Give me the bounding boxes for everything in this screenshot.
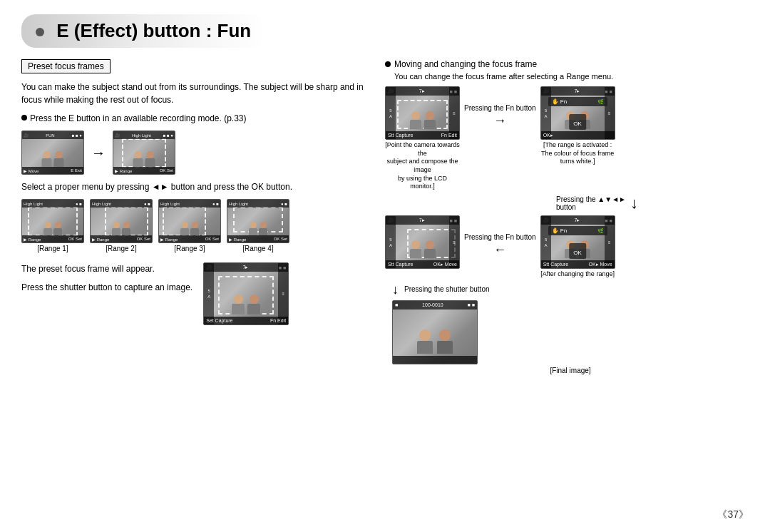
pressing-nav-label: Pressing the ▲▼◄►button (556, 195, 626, 211)
r2-note: [The range is activated : The colour of … (540, 141, 615, 166)
bottom-text-block: The preset focus frame will appear. Pres… (21, 262, 192, 300)
range4-label: [Range 4] (227, 245, 289, 252)
range3-bottom: ▶ Range OK Set (159, 235, 220, 242)
capture-cam-wrapper: 🎥 7▸ ■ ■ 5 A ≡ Set Capture (203, 262, 289, 325)
bullet1-text: Press the E button in an available recor… (30, 112, 247, 125)
r4-bottom: Stt Capture OK▸ Move (541, 260, 615, 268)
pressing-shutter-label: Pressing the shutter button (404, 285, 490, 293)
title-bullet (36, 28, 44, 36)
range-3-item: High Light ● ■ ▶ Range OK Set [Range 3] (158, 199, 221, 252)
r1-cam-wrapper: 🎥 7▸ ■ ■ 5 A ≡ Stt Capture (385, 86, 460, 191)
r3-top: 🎥 7▸ ■ ■ (386, 216, 459, 225)
arrow-left-r3: ← (493, 242, 506, 257)
right-bullet (385, 61, 391, 67)
title-bar: E (Effect) button : Fun (21, 14, 265, 48)
page-title: E (Effect) button : Fun (36, 20, 251, 42)
range2-label: [Range 2] (90, 245, 153, 252)
range-2-item: High Light ● ■ ▶ Range OK Set [Range 2] (90, 199, 153, 252)
r2-top: 🎥 7▸ ■ ■ (541, 87, 615, 96)
pressing-fn-label-2: Pressing the Fn button (464, 233, 536, 241)
range1-label: [Range 1] (21, 245, 84, 252)
initial-camera-row: 🎥 FUN ■ ■ ● ▶ Move E Exit → (21, 131, 371, 175)
r4-top: 🎥 7▸ ■ ■ (541, 216, 615, 225)
cam1-top-bar: 🎥 FUN ■ ■ ● (22, 131, 83, 139)
r3-cam: 🎥 7▸ ■ ■ 5 A ≡ Stt Capture (385, 215, 460, 269)
range4-bottom: ▶ Range OK Set (227, 235, 289, 242)
range1-cam: High Light ● ■ ▶ Range OK Set (21, 199, 84, 243)
arrow-down-2: ↓ (392, 283, 399, 296)
fn-arrow-block-2: Pressing the Fn button ← (464, 215, 536, 257)
final-cam-wrapper: ■ 100-0010 ■ ■ [Final image] (392, 300, 749, 375)
right-title-text: Moving and changing the focus frame (394, 59, 537, 69)
range4-top: High Light ● ■ (227, 200, 289, 208)
right-sub-text: You can change the focus frame after sel… (394, 72, 749, 81)
cam2-highlight: 🎥 High Light ■ ■ ● ▶ Range OK Set (113, 131, 175, 175)
final-photo (393, 301, 477, 364)
para1-text: You can make the subject stand out from … (21, 82, 364, 105)
r4-cam: ✋ Fn 🌿 OK 🎥 (540, 215, 615, 269)
bottom-section: The preset focus frame will appear. Pres… (21, 262, 371, 325)
capture-cam: 🎥 7▸ ■ ■ 5 A ≡ Set Capture (203, 262, 289, 325)
range-1-item: High Light ● ■ ▶ Range OK Set [Range 1] (21, 199, 84, 252)
final-top: ■ 100-0010 ■ ■ (393, 301, 477, 310)
cam2-wrapper: 🎥 High Light ■ ■ ● ▶ Range OK Set (113, 131, 175, 175)
cam1-wrapper: 🎥 FUN ■ ■ ● ▶ Move E Exit (21, 131, 84, 175)
left-column: Preset focus frames You can make the sub… (21, 59, 371, 375)
bottom-cam-row: 🎥 7▸ ■ ■ 5 A ≡ Stt Capture (385, 215, 749, 279)
bullet-dot (21, 115, 27, 121)
final-label: [Final image] (392, 366, 749, 375)
cam1-fun: 🎥 FUN ■ ■ ● ▶ Move E Exit (21, 131, 84, 175)
capture-top: 🎥 7▸ ■ ■ (204, 263, 288, 272)
bottom-text1: The preset focus frame will appear. (21, 262, 192, 275)
final-bottom (393, 356, 477, 364)
arrow-right-r1: → (493, 113, 506, 128)
capture-right: ≡ (278, 263, 288, 324)
range3-label: [Range 3] (158, 245, 221, 252)
range4-cam: High Light ● ■ ▶ Range OK Set (227, 199, 289, 243)
r3-bottom: Stt Capture OK▸ Move (386, 260, 459, 268)
range3-top: High Light ● ■ (159, 200, 220, 208)
cam2-bottom-bar: ▶ Range OK Set (113, 167, 175, 174)
range1-top: High Light ● ■ (22, 200, 83, 208)
fn-arrow-block: Pressing the Fn button → (464, 86, 536, 128)
r1-bottom: Stt Capture Fn Edit (386, 131, 459, 139)
r4-note: [After changing the range] (540, 270, 615, 279)
preset-label: Preset focus frames (21, 59, 111, 73)
page-number: 《37》 (717, 508, 749, 521)
capture-left: 5 A (204, 263, 214, 324)
range3-cam: High Light ● ■ ▶ Range OK Set (158, 199, 221, 243)
range1-bottom: ▶ Range OK Set (22, 235, 83, 242)
cam2-top-bar: 🎥 High Light ■ ■ ● (113, 131, 175, 139)
top-cam-row: 🎥 7▸ ■ ■ 5 A ≡ Stt Capture (385, 86, 749, 191)
range2-bottom: ▶ Range OK Set (91, 235, 152, 242)
range-row: High Light ● ■ ▶ Range OK Set [Range 1] (21, 199, 371, 252)
final-cam: ■ 100-0010 ■ ■ (392, 300, 478, 364)
page: E (Effect) button : Fun Preset focus fra… (0, 0, 770, 532)
r2-bottom: OK▸ (541, 131, 615, 139)
pressing-fn-label: Pressing the Fn button (464, 104, 536, 112)
content-area: Preset focus frames You can make the sub… (21, 59, 749, 375)
para1: You can make the subject stand out from … (21, 81, 371, 106)
select-text: Select a proper menu by pressing ◄► butt… (21, 180, 371, 193)
bottom-text2: Press the shutter button to capture an i… (21, 281, 192, 294)
r3-cam-wrapper: 🎥 7▸ ■ ■ 5 A ≡ Stt Capture (385, 215, 460, 269)
arrow-right-1: → (91, 145, 106, 161)
bullet1-block: Press the E button in an available recor… (21, 112, 371, 125)
range2-cam: High Light ● ■ ▶ Range OK Set (90, 199, 153, 243)
capture-bottom: Set Capture Fn Edit (204, 317, 288, 324)
r2-cam: ✋ Fn 🌿 OK 🎥 (540, 86, 615, 140)
r2-cam-wrapper: ✋ Fn 🌿 OK 🎥 (540, 86, 615, 166)
r1-top: 🎥 7▸ ■ ■ (386, 87, 459, 96)
shutter-press-block: ↓ Pressing the shutter button (392, 283, 749, 296)
right-column: Moving and changing the focus frame You … (385, 59, 749, 375)
capture-photo (204, 263, 288, 324)
range2-top: High Light ● ■ (91, 200, 152, 208)
r1-cam: 🎥 7▸ ■ ■ 5 A ≡ Stt Capture (385, 86, 460, 140)
r4-cam-wrapper: ✋ Fn 🌿 OK 🎥 (540, 215, 615, 279)
r1-note: [Point the camera towards thesubject and… (385, 141, 460, 191)
right-title: Moving and changing the focus frame (385, 59, 749, 69)
range-4-item: High Light ● ■ ▶ Range OK Set [Range 4] (227, 199, 289, 252)
arrow-down-1: ↓ (630, 195, 638, 211)
nav-press-block: Pressing the ▲▼◄►button ↓ (556, 195, 749, 211)
cam1-bottom-bar: ▶ Move E Exit (22, 167, 83, 174)
